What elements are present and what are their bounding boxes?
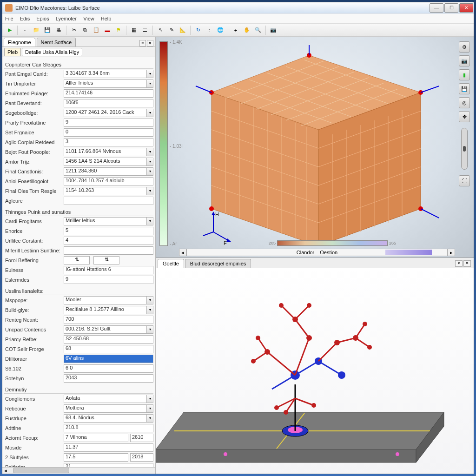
property-input-2[interactable]: 2018 — [130, 453, 153, 462]
scroll-track[interactable]: Clandor Oestion — [186, 249, 448, 256]
cut-icon[interactable]: ✂ — [69, 26, 79, 35]
tab-blud[interactable]: Blud desoregel empinies — [185, 259, 251, 268]
expand-icon[interactable]: ⛶ — [459, 175, 470, 186]
chevron-down-icon[interactable]: ▾ — [147, 79, 153, 88]
chevron-down-icon[interactable]: ▾ — [147, 395, 153, 403]
property-input[interactable]: Aolata — [64, 395, 147, 403]
refresh-icon[interactable]: ↻ — [193, 26, 203, 35]
properties-body[interactable]: Copnpterer Cair SleagesPant Emgal Canld:… — [2, 57, 155, 467]
chevron-down-icon[interactable]: ▾ — [147, 404, 153, 413]
property-input[interactable]: 5 — [64, 227, 153, 235]
measure-icon[interactable]: 📐 — [178, 26, 187, 35]
grid-icon[interactable]: ▦ — [129, 26, 139, 35]
property-input[interactable]: 210.8 — [64, 424, 153, 432]
property-input[interactable]: 1211 284.360 — [64, 167, 147, 176]
property-input[interactable]: Alller Inioles — [64, 79, 147, 88]
bot-close-icon[interactable]: ✕ — [463, 260, 471, 267]
property-input[interactable]: 1200 427 2461 24. 2016 Cack — [64, 109, 147, 117]
property-input-2[interactable]: 2610 — [130, 434, 153, 442]
battery-icon[interactable]: ▮ — [459, 69, 470, 80]
scroll-left-icon[interactable]: ◂ — [179, 249, 186, 256]
property-input[interactable]: 700 — [64, 316, 153, 324]
property-input[interactable]: 1004.784 10.257 4 alolulb — [64, 177, 153, 185]
save-view-icon[interactable]: 💾 — [459, 83, 470, 94]
new-icon[interactable]: ▫ — [20, 26, 30, 35]
property-input[interactable]: 0 — [64, 128, 153, 137]
horizontal-scroll[interactable]: ◂ Clandor Oestion ▸ — [179, 248, 455, 257]
property-input[interactable]: S2 450.68 — [64, 335, 153, 344]
property-input[interactable]: 11.37 — [64, 443, 153, 452]
crosshair-icon[interactable]: + — [231, 26, 240, 35]
property-input[interactable]: 6 0 — [64, 364, 153, 373]
chevron-down-icon[interactable]: ▾ — [147, 109, 153, 117]
menu-file[interactable]: File — [5, 16, 13, 21]
property-input[interactable]: Mooler — [64, 296, 147, 304]
menu-lyemoter[interactable]: Lyemoter — [56, 16, 77, 21]
maximize-button[interactable]: ☐ — [444, 3, 458, 13]
tab-close-icon[interactable]: ✕ — [147, 40, 153, 46]
molecule-viewport[interactable] — [156, 268, 474, 474]
property-input[interactable] — [64, 246, 153, 255]
camera-icon[interactable]: 📷 — [269, 26, 278, 35]
menu-help[interactable]: Help — [101, 16, 112, 21]
stepper-a[interactable]: ⇅ — [64, 256, 90, 264]
property-input[interactable]: 3.314167 3.34 6nm — [64, 70, 147, 78]
property-input[interactable]: 9 — [64, 119, 153, 127]
property-input[interactable] — [64, 197, 153, 205]
property-input[interactable]: Mrilller leltius — [64, 217, 147, 225]
minimize-button[interactable]: — — [430, 3, 443, 13]
property-input[interactable]: 2043 — [64, 374, 153, 383]
property-input[interactable]: 68 — [64, 345, 153, 353]
subtab-detail[interactable]: Detalle Uska Alisla Higy — [22, 48, 82, 56]
zoom-icon[interactable]: 🔍 — [253, 26, 263, 35]
property-input[interactable]: 106f6 — [64, 99, 153, 107]
save-icon[interactable]: 💾 — [43, 26, 52, 35]
bot-min-icon[interactable]: ▾ — [455, 260, 463, 267]
globe-icon[interactable]: 🌐 — [216, 26, 225, 35]
property-input[interactable]: 17.5 — [64, 453, 128, 462]
chevron-down-icon[interactable]: ▾ — [147, 148, 153, 156]
colon-icon[interactable]: : — [205, 26, 214, 35]
property-input[interactable]: 6V alins — [64, 355, 153, 363]
chevron-down-icon[interactable]: ▾ — [147, 158, 153, 166]
gear-icon[interactable]: ⚙ — [459, 41, 470, 53]
property-input[interactable]: 214.174146 — [64, 89, 153, 98]
property-input[interactable]: 1101 17.66.864 Nvinous — [64, 148, 147, 156]
open-icon[interactable]: 📁 — [32, 26, 41, 35]
property-input[interactable]: 3 — [64, 138, 153, 146]
hand-icon[interactable]: ✋ — [242, 26, 251, 35]
tab-menu-icon[interactable]: ≡ — [139, 40, 146, 46]
property-input[interactable]: 9 — [64, 276, 153, 284]
chevron-down-icon[interactable]: ▾ — [147, 296, 153, 304]
menu-epios[interactable]: Epios — [36, 16, 49, 21]
zoom-slider[interactable] — [461, 128, 468, 170]
menu-view[interactable]: View — [83, 16, 94, 21]
stepper-b[interactable]: ⇅ — [93, 256, 119, 264]
property-input[interactable]: 1456 1A4 S 214 Alcouts — [64, 158, 147, 166]
slider-thumb[interactable] — [463, 146, 466, 152]
scrollbar-thumb[interactable] — [13, 468, 69, 473]
scroll-thumb[interactable] — [385, 250, 432, 255]
property-input[interactable]: Mottiera — [64, 404, 147, 413]
horizontal-scrollbar[interactable]: ◂ — [2, 467, 155, 474]
print-icon[interactable]: 🖶 — [54, 26, 63, 35]
close-button[interactable]: ✕ — [459, 3, 473, 13]
viewport-3d[interactable]: - 1.4K - 1.03l - Ar — [156, 37, 474, 258]
chevron-down-icon[interactable]: ▾ — [147, 414, 153, 423]
subtab-pleb[interactable]: Pleb — [4, 48, 21, 56]
pointer-icon[interactable]: ↖ — [156, 26, 165, 35]
list-icon[interactable]: ☰ — [140, 26, 150, 35]
property-input[interactable]: 000.216. S.25l Gullt — [64, 325, 147, 334]
chevron-down-icon[interactable]: ▾ — [147, 167, 153, 176]
brush-icon[interactable]: ✎ — [167, 26, 176, 35]
chevron-down-icon[interactable]: ▾ — [147, 306, 153, 314]
property-input[interactable]: IG-attonl Htattions 6 — [64, 266, 153, 274]
tab-elegnome[interactable]: Elegnome — [4, 38, 35, 46]
scroll-right-icon[interactable]: ▸ — [448, 249, 455, 256]
chevron-down-icon[interactable]: ▾ — [147, 70, 153, 78]
tab-goeltle[interactable]: Goeltle — [158, 259, 184, 268]
menu-edit[interactable]: Edis — [20, 16, 30, 21]
play-icon[interactable]: ▶ — [5, 26, 14, 35]
tab-nemt-sotface[interactable]: Nemt Sotface — [37, 38, 76, 46]
property-input[interactable]: 21 — [64, 463, 153, 467]
